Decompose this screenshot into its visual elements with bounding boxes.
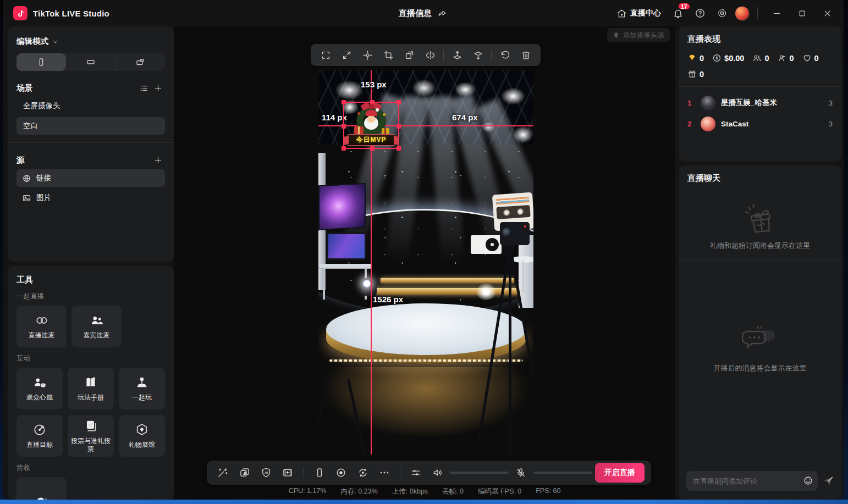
share-icon[interactable] [436, 7, 448, 19]
user-avatar[interactable] [735, 6, 750, 21]
flip-up-icon[interactable] [447, 46, 467, 64]
chevron-down-icon [52, 38, 59, 46]
emoji-icon[interactable] [803, 475, 813, 486]
edit-mode-dropdown[interactable]: 编辑模式 [16, 36, 165, 47]
mic-volume-slider[interactable] [533, 472, 592, 474]
group-revenue-label: 营收 [16, 463, 165, 473]
tool-card-play-together[interactable]: 一起玩 [119, 368, 165, 409]
stat-value: 0 [700, 54, 704, 63]
tool-card-label: 玩法手册 [78, 394, 104, 402]
tool-card-revenue[interactable] [16, 477, 67, 500]
delete-icon[interactable] [516, 46, 536, 64]
stat-diamonds: 0 [687, 53, 704, 63]
edit-mode-label: 编辑模式 [16, 36, 48, 47]
add-camera-source-hint[interactable]: 添加摄像头源 [607, 28, 670, 42]
go-live-button[interactable]: 开启直播 [595, 463, 645, 483]
resize-handle-sw[interactable] [342, 146, 346, 151]
help-icon[interactable] [691, 4, 709, 23]
tool-card-label: 投票与送礼投票 [70, 437, 112, 453]
source-item-image[interactable]: 图片 [16, 189, 165, 207]
more-options-icon[interactable] [375, 463, 394, 482]
camera-refresh-icon[interactable] [353, 463, 372, 482]
resize-handle-se[interactable] [397, 146, 401, 151]
minimize-button[interactable] [766, 2, 788, 24]
sources-header: 源 [16, 153, 165, 167]
resize-handle-e[interactable] [397, 124, 401, 129]
scene-wall-right [519, 235, 533, 308]
resize-handle-nw[interactable] [342, 100, 346, 104]
scene-moving-light [361, 278, 377, 296]
add-source-icon[interactable] [151, 153, 165, 167]
resize-handle-ne[interactable] [397, 100, 401, 104]
group-colive-label: 一起直播 [16, 292, 165, 301]
frame-add-icon[interactable] [278, 463, 297, 482]
pin-icon [613, 32, 620, 39]
resize-handle-n[interactable] [370, 100, 375, 104]
close-button[interactable] [816, 2, 838, 24]
send-comment-icon[interactable] [823, 475, 834, 486]
tools-panel: 工具 一起直播 直播连麦 嘉宾连麦 互动 观众心愿 玩法手册 [8, 266, 174, 500]
resize-handle-w[interactable] [342, 124, 346, 129]
tool-card-live-goal[interactable]: 直播目标 [16, 415, 63, 457]
overlay-selection[interactable]: 今日MVP [343, 102, 399, 149]
chat-empty-state: 开播后的消息将会显示在这里 [687, 326, 833, 373]
mvp-banner: 今日MVP [347, 134, 395, 146]
comment-input[interactable] [686, 471, 818, 491]
ai-effects-icon[interactable]: AI [257, 463, 276, 482]
app-title: TikTok LIVE Studio [33, 9, 109, 18]
scene-vinyl-panel [471, 235, 502, 254]
likes-icon [802, 53, 812, 63]
tool-card-audience-wish[interactable]: 观众心愿 [16, 368, 63, 409]
tools-title: 工具 [16, 275, 165, 285]
expand-icon[interactable] [337, 46, 356, 64]
speaker-volume-slider[interactable] [450, 472, 509, 474]
tool-card-guest-colink[interactable]: 嘉宾连麦 [71, 306, 122, 347]
settings-gear-icon[interactable] [713, 4, 731, 23]
tool-card-gift-gallery[interactable]: 礼物展馆 [119, 415, 165, 457]
speaker-icon[interactable] [428, 463, 447, 482]
tool-card-live-colink[interactable]: 直播连麦 [16, 306, 67, 347]
app-window: TikTok LIVE Studio 直播信息 直播中心 17 [3, 0, 844, 500]
resize-handle-s[interactable] [370, 146, 375, 151]
beautify-wand-icon[interactable] [213, 463, 232, 482]
scene-list-icon[interactable] [136, 81, 151, 95]
add-scene-icon[interactable] [151, 81, 165, 95]
stat-revenue: $ $0.00 [712, 53, 744, 63]
stat-new-followers: 0 [777, 53, 794, 63]
mic-muted-icon[interactable] [511, 463, 530, 482]
panel-divider [679, 86, 841, 87]
audio-mixer-icon[interactable] [406, 463, 425, 482]
fit-bounds-icon[interactable] [316, 46, 335, 64]
rotate-icon[interactable] [399, 46, 419, 64]
undo-icon[interactable] [495, 46, 515, 64]
viewers-icon [752, 53, 762, 63]
phone-mirror-icon[interactable] [310, 463, 329, 482]
coins-icon [34, 494, 50, 500]
device-mode-switcher [16, 53, 165, 71]
mirror-horizontal-icon[interactable] [420, 46, 440, 64]
maximize-button[interactable] [791, 2, 813, 24]
flip-down-icon[interactable] [468, 46, 488, 64]
center-align-icon[interactable] [357, 46, 377, 64]
mode-popout-button[interactable] [115, 53, 165, 71]
mode-landscape-button[interactable] [66, 53, 115, 71]
tool-card-play-handbook[interactable]: 玩法手册 [68, 368, 114, 409]
tool-card-polls[interactable]: 投票与送礼投票 [68, 415, 114, 457]
crop-icon[interactable] [378, 46, 398, 64]
video-preview[interactable]: 153 px 114 px 674 px 1526 px [318, 70, 533, 455]
tool-card-label: 一起玩 [132, 394, 152, 402]
media-music-icon[interactable] [235, 463, 254, 482]
controlbar-divider [400, 467, 400, 478]
stat-viewers: 0 [752, 53, 769, 63]
scene-item-blank[interactable]: 空白 [16, 117, 165, 135]
ranking-row-1[interactable]: 1 星播互娱_哈基米 3 [687, 92, 833, 113]
source-item-link[interactable]: 链接 [16, 169, 165, 187]
live-center-button[interactable]: 直播中心 [612, 4, 665, 22]
mode-portrait-button[interactable] [16, 53, 66, 71]
record-icon[interactable] [332, 463, 350, 482]
scene-item-fullscreen-camera[interactable]: 全屏摄像头 [16, 97, 165, 115]
status-cpu: CPU: 1.17% [289, 487, 327, 496]
notifications-bell-icon[interactable]: 17 [669, 4, 687, 23]
ranking-row-2[interactable]: 2 StaCast 3 [687, 113, 833, 134]
toolbar-divider [443, 50, 444, 60]
